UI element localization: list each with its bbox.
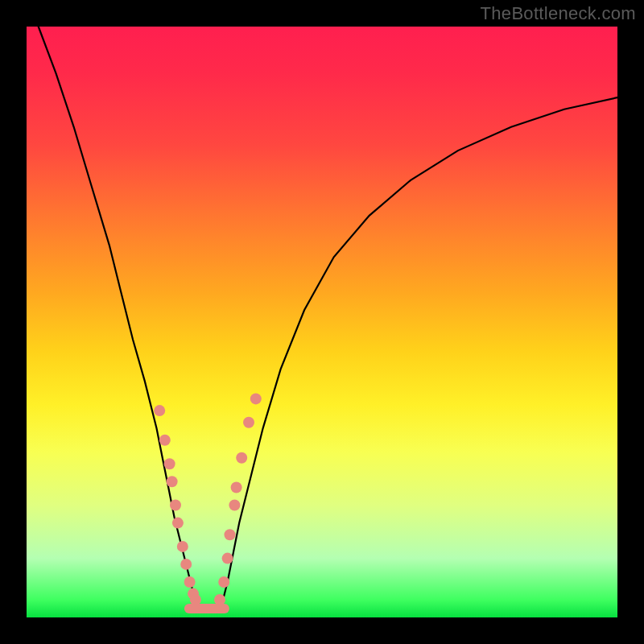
data-dot	[190, 594, 201, 605]
data-dot	[180, 559, 192, 570]
data-dot	[243, 417, 254, 428]
left-curve	[39, 27, 198, 605]
watermark-text: TheBottleneck.com	[481, 3, 636, 24]
data-dot	[229, 500, 240, 511]
data-dot	[154, 405, 165, 416]
data-dot	[231, 482, 242, 493]
chart-svg	[27, 27, 617, 617]
data-dot	[167, 476, 178, 487]
data-dot	[164, 458, 175, 469]
data-dot	[218, 576, 229, 588]
data-dot	[170, 500, 181, 511]
data-dot	[222, 553, 233, 564]
data-dot	[172, 518, 184, 529]
data-dot	[250, 393, 262, 404]
data-dot	[177, 541, 188, 552]
data-dot	[225, 529, 236, 540]
data-dot	[159, 435, 171, 446]
outer-frame: TheBottleneck.com	[0, 0, 644, 644]
right-curve	[221, 97, 617, 605]
data-dot	[236, 452, 247, 464]
plot-area	[27, 27, 617, 617]
data-dot	[214, 594, 225, 605]
data-dot	[184, 576, 196, 588]
